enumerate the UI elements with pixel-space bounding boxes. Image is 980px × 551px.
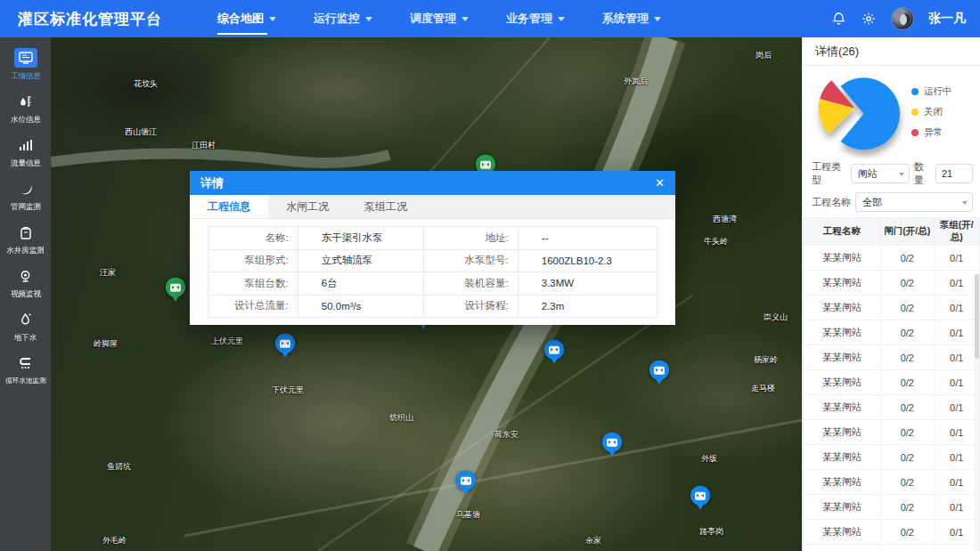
table-row[interactable]: 某某闸站0/20/1: [804, 545, 980, 551]
column-header-gate: 闸门(开/总): [881, 218, 934, 246]
marker-tail: [696, 503, 705, 510]
modal-title: 详情: [200, 175, 224, 191]
map-marker-gate-station[interactable]: [601, 433, 623, 461]
panel-title: 详情(26): [803, 37, 980, 66]
gate-icon: [607, 438, 617, 446]
map-marker-gate-station[interactable]: [543, 340, 565, 369]
irrigation-management-app: 岗后 外岚后 花坟头 西山塘江 江田村 西塘湾 牛头岭 汪家 崇义山 上伏元里 …: [0, 0, 980, 551]
user-avatar[interactable]: [891, 7, 914, 30]
table-row[interactable]: 某某闸站0/20/1: [804, 296, 980, 320]
table-row[interactable]: 某某闸站0/20/1: [804, 370, 980, 395]
quantity-label: 数量: [914, 160, 931, 187]
field-value: --: [518, 227, 657, 250]
status-pie-chart: [806, 66, 911, 158]
scrollbar-thumb[interactable]: [975, 274, 979, 359]
sidebar-item-label: 水井房监测: [6, 245, 45, 255]
pie-legend: 运行中 关闭 异常: [911, 85, 952, 139]
map-place-label: 余家: [585, 535, 601, 547]
table-row[interactable]: 某某闸站0/20/1: [804, 395, 980, 420]
gate-open-total: 0/2: [881, 246, 934, 271]
column-header-pump: 泵组(开/总): [934, 218, 980, 246]
sidebar-item-flow-info[interactable]: 流量信息: [0, 135, 51, 169]
project-type-label: 工程类型: [812, 160, 846, 187]
pump-open-total: 0/1: [934, 370, 980, 395]
menu-label: 运行监控: [314, 11, 360, 27]
field-label: 泵组台数:: [208, 272, 298, 296]
map-place-label: 下伏元里: [272, 385, 304, 396]
table-row[interactable]: 某某闸站0/20/1: [804, 470, 980, 495]
user-name[interactable]: 张一凡: [928, 11, 966, 27]
table-row[interactable]: 某某闸站0/20/1: [804, 420, 980, 445]
well-house-icon: [14, 223, 37, 242]
detail-row: 泵组形式: 立式轴流泵 水泵型号: 1600ZLB10-2.3: [208, 249, 657, 272]
gate-open-total: 0/2: [881, 370, 934, 395]
sidebar-item-groundwater[interactable]: 地下水: [0, 310, 51, 344]
close-icon[interactable]: ✕: [655, 177, 665, 189]
sidebar-item-circulating-pool[interactable]: 循环水池监测: [0, 353, 51, 385]
map-place-label: 外岚后: [624, 76, 648, 87]
pump-open-total: 0/1: [934, 445, 980, 470]
sidebar-item-pipe-network[interactable]: 管网监测: [0, 179, 51, 213]
table-row[interactable]: 某某闸站0/20/1: [804, 320, 980, 345]
gate-open-total: 0/2: [881, 320, 934, 345]
sidebar-item-project-status[interactable]: 工情信息: [0, 48, 51, 82]
modal-tab-bar: 工程信息 水闸工况 泵组工况: [190, 195, 675, 219]
right-detail-panel: 详情(26): [802, 37, 980, 551]
table-row[interactable]: 某某闸站0/20/1: [804, 246, 980, 271]
table-row[interactable]: 某某闸站0/20/1: [804, 495, 980, 520]
table-row[interactable]: 某某闸站0/20/1: [804, 445, 980, 470]
menu-item-dispatch-management[interactable]: 调度管理: [410, 0, 469, 37]
marker-tail: [608, 450, 617, 457]
project-detail-table: 名称: 东干渠引水泵 地址: -- 泵组形式: 立式轴流泵 水泵型号: 1600…: [208, 226, 657, 318]
legend-item-closed: 关闭: [911, 106, 952, 118]
map-marker-gate-station[interactable]: [690, 486, 711, 515]
sidebar-item-label: 流量信息: [10, 158, 40, 168]
pump-open-total: 0/1: [934, 545, 980, 551]
chevron-down-icon: [365, 17, 372, 21]
station-name: 某某闸站: [804, 470, 881, 495]
pump-open-total: 0/1: [934, 495, 980, 520]
tab-project-info[interactable]: 工程信息: [190, 195, 268, 218]
tab-pump-condition[interactable]: 泵组工况: [347, 195, 425, 218]
station-name: 某某闸站: [804, 495, 881, 520]
pipe-network-icon: [14, 179, 37, 199]
gate-open-total: 0/2: [881, 545, 934, 551]
gate-icon: [549, 345, 559, 353]
settings-gear-icon[interactable]: [861, 11, 877, 27]
station-name: 某某闸站: [804, 370, 881, 395]
sidebar-item-well-house[interactable]: 水井房监测: [0, 223, 51, 256]
map-marker-gate-station[interactable]: [649, 361, 670, 389]
map-place-label: 纺织山: [389, 412, 413, 424]
map-place-label: 鱼箭坑: [107, 461, 131, 473]
map-place-label: 乌基塘: [456, 509, 480, 521]
sidebar-item-water-level[interactable]: 水位信息: [0, 92, 51, 126]
sidebar-item-video-monitor[interactable]: 视频监视: [0, 266, 51, 300]
menu-item-business-management[interactable]: 业务管理: [506, 0, 565, 37]
legend-item-abnormal: 异常: [911, 126, 952, 139]
table-row[interactable]: 某某闸站0/20/1: [804, 345, 980, 370]
table-row[interactable]: 某某闸站0/20/1: [804, 271, 980, 296]
menu-item-composite-map[interactable]: 综合地图: [217, 0, 276, 37]
pump-open-total: 0/1: [934, 296, 980, 320]
map-place-label: 杨家岭: [754, 354, 778, 366]
project-type-select[interactable]: 闸站: [851, 164, 910, 183]
table-scrollbar: [975, 274, 979, 551]
station-name: 某某闸站: [804, 345, 881, 370]
menu-label: 综合地图: [217, 11, 264, 27]
gate-open-total: 0/2: [881, 520, 934, 545]
quantity-input[interactable]: [935, 164, 973, 183]
notification-bell-icon[interactable]: [830, 11, 846, 27]
station-name: 某某闸站: [804, 420, 881, 445]
tab-sluice-condition[interactable]: 水闸工况: [268, 195, 347, 218]
menu-item-system-management[interactable]: 系统管理: [602, 0, 661, 37]
map-marker-pump-station[interactable]: [165, 278, 186, 306]
table-row[interactable]: 某某闸站0/20/1: [804, 520, 980, 545]
map-marker-gate-station[interactable]: [455, 471, 477, 499]
column-header-name: 工程名称: [804, 218, 881, 246]
map-marker-gate-station[interactable]: [274, 334, 296, 362]
project-name-select[interactable]: 全部: [855, 192, 973, 212]
station-table: 工程名称 闸门(开/总) 泵组(开/总) 某某闸站0/20/1 某某闸站0/20…: [803, 217, 980, 551]
station-table-header: 工程名称 闸门(开/总) 泵组(开/总): [804, 218, 980, 246]
marker-tail: [461, 488, 470, 495]
menu-item-operation-monitoring[interactable]: 运行监控: [314, 0, 372, 37]
